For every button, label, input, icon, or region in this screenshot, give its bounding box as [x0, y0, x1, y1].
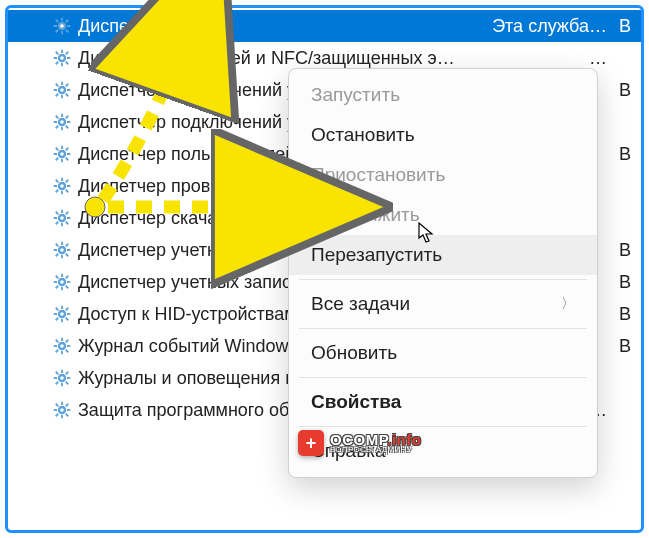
gear-icon: [52, 272, 72, 292]
svg-line-97: [56, 318, 59, 321]
svg-line-5: [56, 20, 59, 23]
svg-point-69: [60, 216, 64, 220]
svg-line-26: [66, 94, 69, 97]
svg-line-78: [66, 244, 69, 247]
menu-separator: [299, 377, 587, 378]
svg-point-109: [60, 344, 64, 348]
chevron-right-icon: 〉: [561, 295, 575, 313]
svg-line-68: [66, 212, 69, 215]
svg-line-75: [56, 244, 59, 247]
svg-line-15: [56, 52, 59, 55]
svg-line-128: [66, 404, 69, 407]
menu-restart[interactable]: Перезапустить: [289, 235, 597, 275]
svg-line-65: [56, 212, 59, 215]
gear-icon: [52, 112, 72, 132]
svg-line-76: [66, 254, 69, 257]
svg-line-27: [56, 94, 59, 97]
svg-line-46: [66, 158, 69, 161]
gear-icon: [52, 80, 72, 100]
svg-point-79: [60, 248, 64, 252]
svg-line-38: [66, 116, 69, 119]
svg-line-117: [56, 382, 59, 385]
svg-line-28: [66, 84, 69, 87]
svg-point-99: [60, 312, 64, 316]
svg-line-98: [66, 308, 69, 311]
svg-line-125: [56, 404, 59, 407]
svg-line-118: [66, 372, 69, 375]
gear-icon: [52, 176, 72, 196]
svg-line-58: [66, 180, 69, 183]
svg-line-95: [56, 308, 59, 311]
service-last-col: В: [615, 304, 635, 325]
svg-line-88: [66, 276, 69, 279]
svg-point-49: [60, 152, 64, 156]
svg-point-19: [60, 56, 64, 60]
gear-icon: [52, 144, 72, 164]
menu-start: Запустить: [289, 75, 597, 115]
svg-point-89: [60, 280, 64, 284]
svg-line-67: [56, 222, 59, 225]
service-name: Диспетчер печати: [48, 16, 482, 37]
svg-line-126: [66, 414, 69, 417]
svg-point-129: [60, 408, 64, 412]
service-last-col: В: [615, 144, 635, 165]
svg-point-39: [60, 120, 64, 124]
svg-line-116: [66, 382, 69, 385]
svg-line-18: [66, 52, 69, 55]
menu-resume: Продолжить: [289, 195, 597, 235]
svg-line-35: [56, 116, 59, 119]
svg-line-45: [56, 148, 59, 151]
service-desc: Эта служба…: [492, 16, 607, 37]
svg-line-57: [56, 190, 59, 193]
gear-icon: [52, 16, 72, 36]
svg-line-48: [66, 148, 69, 151]
service-last-col: В: [615, 336, 635, 357]
svg-line-77: [56, 254, 59, 257]
menu-pause: Приостановить: [289, 155, 597, 195]
menu-separator: [299, 328, 587, 329]
svg-line-47: [56, 158, 59, 161]
svg-line-106: [66, 350, 69, 353]
service-row[interactable]: Диспетчер печати Эта служба… В: [8, 10, 641, 42]
svg-line-6: [66, 30, 69, 33]
svg-point-9: [60, 24, 64, 28]
watermark-subtitle: ВОПРОСЫ АДМИНУ: [330, 446, 421, 453]
menu-separator: [299, 426, 587, 427]
gear-icon: [52, 208, 72, 228]
gear-icon: [52, 336, 72, 356]
svg-point-29: [60, 88, 64, 92]
watermark-brand: OCOMP.info: [330, 433, 421, 447]
svg-line-127: [56, 414, 59, 417]
svg-line-16: [66, 62, 69, 65]
service-last-col: В: [615, 80, 635, 101]
menu-all-tasks[interactable]: Все задачи 〉: [289, 284, 597, 324]
context-menu: Запустить Остановить Приостановить Продо…: [288, 68, 598, 478]
svg-line-8: [66, 20, 69, 23]
svg-line-55: [56, 180, 59, 183]
svg-point-119: [60, 376, 64, 380]
svg-line-56: [66, 190, 69, 193]
menu-stop[interactable]: Остановить: [289, 115, 597, 155]
svg-line-96: [66, 318, 69, 321]
gear-icon: [52, 304, 72, 324]
svg-line-107: [56, 350, 59, 353]
svg-line-86: [66, 286, 69, 289]
watermark-badge-icon: +: [298, 430, 324, 456]
svg-line-66: [66, 222, 69, 225]
svg-point-59: [60, 184, 64, 188]
svg-line-85: [56, 276, 59, 279]
svg-line-115: [56, 372, 59, 375]
menu-separator: [299, 279, 587, 280]
menu-refresh[interactable]: Обновить: [289, 333, 597, 373]
svg-line-17: [56, 62, 59, 65]
menu-properties[interactable]: Свойства: [289, 382, 597, 422]
service-name: Диспетчер платежей и NFC/защищенных э…: [48, 48, 579, 69]
svg-line-87: [56, 286, 59, 289]
watermark: + OCOMP.info ВОПРОСЫ АДМИНУ: [298, 430, 421, 456]
svg-line-7: [56, 30, 59, 33]
svg-line-36: [66, 126, 69, 129]
menu-all-tasks-label: Все задачи: [311, 293, 410, 315]
gear-icon: [52, 240, 72, 260]
service-last-col: В: [615, 16, 635, 37]
service-desc: …: [589, 48, 607, 69]
